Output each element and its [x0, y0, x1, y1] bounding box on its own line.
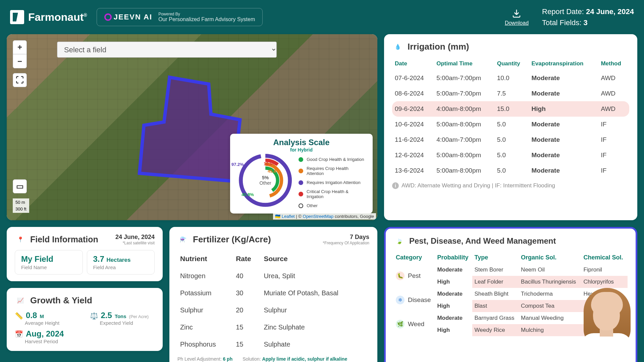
irrigation-row: 07-6-20245:00am-7:00pm10.0ModerateAWD [392, 70, 629, 86]
measure-button[interactable]: ▭ [13, 179, 27, 193]
analysis-scale-card: Analysis Scale for Hybrid 5%Other 97.2% … [230, 134, 373, 214]
avg-height-cell: 📏0.8M Average Height [15, 311, 80, 326]
jeevn-badge: JEEVN AI Powered By Our Personalized Far… [97, 8, 263, 26]
growth-yield-card: 📈 Growth & Yield 📏0.8M Average Height ⚖️… [7, 288, 163, 351]
map-card[interactable]: + − ⛶ ▭ Select a field Analysis Scale fo… [7, 34, 377, 220]
legend-item: Good Crop Health & Irrigation [299, 157, 365, 162]
download-icon [511, 8, 522, 19]
fertilizer-row: Phosphorus15Sulphate [177, 336, 369, 353]
field-info-card: 📍 Field Information 24 June, 2024 *Last … [7, 227, 163, 281]
scale-legend: Good Crop Health & IrrigationRequires Cr… [299, 157, 365, 209]
osm-link[interactable]: OpenStreetMap [303, 214, 334, 219]
irrigation-note: i AWD: Alternate Wetting and Drying | IF… [392, 182, 629, 189]
zoom-in-button[interactable]: + [13, 40, 27, 54]
irrigation-row: 11-6-20244:00am-7:00pm5.0ModerateIF [392, 132, 629, 147]
calendar-icon: 📅 [15, 330, 23, 338]
growth-icon: 📈 [15, 295, 26, 306]
fertilizer-row: Nitrogen40Urea, Split [177, 267, 369, 285]
field-pin-icon: 📍 [15, 234, 26, 245]
field-name-cell: My Field Field Name [15, 250, 83, 275]
irrigation-table: DateOptimal TimeQuantityEvapotranspirati… [392, 57, 629, 178]
assistant-avatar [574, 283, 639, 362]
zoom-out-button[interactable]: − [13, 54, 27, 68]
dis-icon: ❄ [396, 296, 405, 304]
pest-management-card: 🍃 Pest, Disease, And Weed Management Cat… [384, 227, 637, 362]
weight-icon: ⚖️ [90, 312, 98, 320]
fertilizer-table: NutrientRateSource Nitrogen40Urea, Split… [177, 250, 369, 353]
weed-icon: 🌿 [396, 320, 405, 328]
pest-row: 🐛PestModerateStem BorerNeem OilFipronil [394, 264, 628, 276]
brand-logo: Farmonaut® [10, 10, 87, 24]
map-attribution: 🇺🇦 Leaflet | © OpenStreetMap contributor… [273, 213, 376, 220]
map-scale-bar: 50 m300 ft [13, 198, 29, 213]
irrigation-row: 12-6-20245:00am-8:00pm5.0ModerateIF [392, 147, 629, 163]
brand-icon [10, 10, 24, 24]
info-icon: i [392, 182, 399, 189]
app-header: Farmonaut® JEEVN AI Powered By Our Perso… [0, 0, 644, 34]
jeevn-ring-icon [104, 13, 112, 21]
field-select[interactable]: Select a field [57, 42, 277, 58]
legend-item: Requires Irrigation Attention [299, 180, 365, 185]
leaflet-link[interactable]: Leaflet [282, 214, 295, 219]
expected-yield-cell: ⚖️2.5Tons(Per Acre) Expected Yield [90, 311, 155, 326]
harvest-period-cell: 📅Aug, 2024 Harvest Period [15, 329, 80, 344]
pest-icon: 🐛 [396, 272, 405, 280]
field-area-cell: 3.7 Hectares Field Area [87, 250, 155, 275]
fertilizer-row: Zinc15Zinc Sulphate [177, 319, 369, 336]
analysis-donut-chart: 5%Other 97.2% 10.5% 45.8% 40.8% [237, 152, 293, 209]
fullscreen-button[interactable]: ⛶ [13, 73, 27, 87]
irrigation-row: 09-6-20244:00am-8:00pm15.0HighAWD [392, 101, 629, 117]
legend-item: Critical Crop Health & Irrigation [299, 189, 365, 199]
ruler-icon: 📏 [15, 312, 23, 320]
irrigation-card: 💧 Irrigation (mm) DateOptimal TimeQuanti… [384, 34, 637, 220]
leaf-icon: 🍃 [394, 235, 405, 247]
irrigation-row: 10-6-20245:00am-8:00pm5.0ModerateIF [392, 117, 629, 132]
fertilizer-card: ⚗️ Fertilizer (Kg/Acre) 7 Days *Frequenc… [169, 227, 377, 362]
flask-icon: ⚗️ [177, 234, 189, 245]
legend-item: Requires Crop Health Attention [299, 166, 365, 176]
legend-item: Other [299, 203, 365, 208]
fertilizer-row: Sulphur20Sulphur [177, 302, 369, 319]
irrigation-row: 08-6-20245:00am-7:00pm7.5ModerateAWD [392, 86, 629, 101]
irrigation-row: 13-6-20245:00am-8:00pm5.0ModerateIF [392, 163, 629, 178]
report-meta: Report Date: 24 June, 2024 Total Fields:… [542, 6, 634, 28]
download-button[interactable]: Download [505, 8, 529, 26]
fertilizer-row: Potassium30Muriate Of Potash, Basal [177, 285, 369, 302]
irrigation-icon: 💧 [392, 41, 404, 52]
